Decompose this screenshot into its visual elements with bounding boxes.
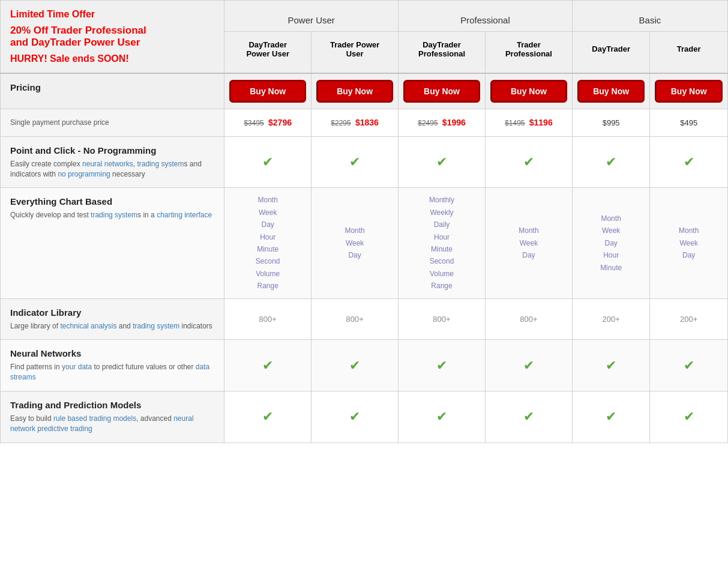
checkmark-icon: ✔ [262, 358, 273, 373]
group-basic: Basic [572, 1, 727, 32]
checkmark-icon: ✔ [436, 358, 447, 373]
buy-now-cell-2: Buy Now [311, 73, 399, 109]
indicator-count-indicator_library-col2: 800+ [433, 315, 450, 324]
feature-value-trading_models-col3: ✔ [485, 391, 572, 443]
feature-value-chart_based-col0: MonthWeekDayHourMinuteSecondVolumeRange [224, 188, 311, 298]
feature-value-trading_models-col0: ✔ [224, 391, 311, 443]
checkmark-icon: ✔ [684, 409, 694, 424]
feature-cell-chart_based: Everything Chart BasedQuickly develop an… [1, 188, 224, 298]
checkmark-icon: ✔ [436, 409, 447, 424]
feature-desc-point_click: Easily create complex neural networks, t… [10, 159, 214, 180]
feature-value-neural_networks-col1: ✔ [311, 340, 399, 391]
feature-value-chart_based-col3: MonthWeekDay [485, 188, 572, 298]
buy-now-button-daytrader-pro[interactable]: Buy Now [403, 80, 480, 103]
feature-value-point_click-col0: ✔ [224, 136, 311, 188]
promo-hurry: HURRY! Sale ends SOON! [10, 53, 214, 64]
feature-value-neural_networks-col2: ✔ [399, 340, 486, 391]
feature-cell-indicator_library: Indicator LibraryLarge library of techni… [1, 298, 224, 340]
price-sale-daytrader-pro: $1996 [442, 118, 466, 127]
checkmark-icon: ✔ [262, 409, 273, 424]
feature-cell-neural_networks: Neural NetworksFind patterns in your dat… [1, 340, 224, 391]
indicator-count-indicator_library-col0: 800+ [259, 315, 277, 324]
checkmark-icon: ✔ [523, 409, 534, 424]
feature-title-trading_models: Trading and Prediction Models [10, 400, 214, 410]
feature-value-trading_models-col4: ✔ [572, 391, 650, 443]
feature-title-neural_networks: Neural Networks [10, 348, 214, 358]
pricing-values-row: Single payment purchase price $3495 $279… [1, 109, 728, 137]
chart-list-chart_based-col1: MonthWeekDay [316, 225, 393, 261]
checkmark-icon: ✔ [606, 409, 616, 424]
buy-now-button-trader-power[interactable]: Buy Now [316, 80, 393, 103]
chart-list-chart_based-col3: MonthWeekDay [490, 225, 567, 261]
chart-list-chart_based-col5: MonthWeekDay [655, 225, 723, 261]
promo-off: 20% Off Trader Professionaland DayTrader… [10, 25, 214, 49]
promo-cell: Limited Time Offer 20% Off Trader Profes… [1, 1, 224, 74]
pricing-feature-label: Pricing [1, 73, 224, 109]
feature-value-chart_based-col4: MonthWeekDayHourMinute [572, 188, 650, 298]
price-normal-daytrader: $995 [603, 118, 620, 127]
col-header-daytrader: DayTrader [572, 31, 650, 73]
feature-title-point_click: Point and Click - No Programming [10, 145, 214, 156]
price-original-daytrader-pro: $2495 [418, 119, 438, 127]
feature-value-point_click-col2: ✔ [399, 136, 486, 188]
checkmark-icon: ✔ [606, 154, 616, 169]
feature-title-chart_based: Everything Chart Based [10, 196, 214, 207]
feature-desc-neural_networks: Find patterns in your data to predict fu… [10, 362, 214, 382]
price-original-trader-pro: $1495 [505, 119, 525, 127]
pricing-header-row: Pricing Buy Now Buy Now Buy Now Buy Now … [1, 73, 728, 109]
feature-value-chart_based-col1: MonthWeekDay [311, 188, 399, 298]
feature-value-trading_models-col1: ✔ [311, 391, 399, 443]
feature-row-indicator_library: Indicator LibraryLarge library of techni… [1, 298, 728, 340]
pricing-title: Pricing [10, 82, 214, 92]
col-header-daytrader-pro: DayTraderProfessional [399, 31, 486, 73]
feature-value-chart_based-col5: MonthWeekDay [650, 188, 728, 298]
buy-now-cell-6: Buy Now [650, 73, 728, 109]
checkmark-icon: ✔ [684, 358, 694, 373]
feature-value-point_click-col1: ✔ [311, 136, 399, 188]
indicator-count-indicator_library-col1: 800+ [346, 315, 363, 324]
checkmark-icon: ✔ [606, 358, 616, 373]
col-header-trader: Trader [650, 31, 728, 73]
feature-value-indicator_library-col5: 200+ [650, 298, 728, 340]
feature-title-indicator_library: Indicator Library [10, 307, 214, 318]
header-top-row: Limited Time Offer 20% Off Trader Profes… [1, 1, 728, 32]
price-sale-trader-power: $1836 [355, 118, 379, 127]
chart-list-chart_based-col4: MonthWeekDayHourMinute [577, 213, 645, 274]
price-daytrader-pro: $2495 $1996 [399, 109, 486, 137]
checkmark-icon: ✔ [349, 358, 360, 373]
buy-now-button-daytrader[interactable]: Buy Now [577, 80, 645, 103]
buy-now-cell-1: Buy Now [224, 73, 311, 109]
feature-value-chart_based-col2: MonthlyWeeklyDailyHourMinuteSecondVolume… [399, 188, 486, 298]
pricing-sublabel: Single payment purchase price [10, 118, 214, 128]
col-header-trader-power: Trader PowerUser [311, 31, 399, 73]
group-power-user: Power User [224, 1, 399, 32]
buy-now-button-daytrader-power[interactable]: Buy Now [229, 80, 306, 103]
feature-value-point_click-col4: ✔ [572, 136, 650, 188]
feature-value-indicator_library-col1: 800+ [311, 298, 399, 340]
col-header-daytrader-power: DayTraderPower User [224, 31, 311, 73]
feature-value-neural_networks-col0: ✔ [224, 340, 311, 391]
feature-value-indicator_library-col3: 800+ [485, 298, 572, 340]
buy-now-button-trader-pro[interactable]: Buy Now [490, 80, 567, 103]
buy-now-button-trader[interactable]: Buy Now [655, 80, 723, 103]
feature-value-point_click-col5: ✔ [650, 136, 728, 188]
buy-now-cell-3: Buy Now [399, 73, 486, 109]
indicator-count-indicator_library-col4: 200+ [602, 315, 619, 324]
price-original-daytrader-power: $3495 [244, 119, 263, 127]
indicator-count-indicator_library-col5: 200+ [680, 315, 697, 324]
price-trader-power: $2295 $1836 [311, 109, 399, 137]
buy-now-cell-5: Buy Now [572, 73, 650, 109]
checkmark-icon: ✔ [262, 154, 273, 169]
promo-limited: Limited Time Offer [10, 9, 214, 20]
feature-value-trading_models-col2: ✔ [399, 391, 486, 443]
price-sale-trader-pro: $1196 [529, 118, 553, 127]
checkmark-icon: ✔ [436, 154, 447, 169]
feature-desc-indicator_library: Large library of technical analysis and … [10, 321, 214, 331]
feature-row-trading_models: Trading and Prediction ModelsEasy to bui… [1, 391, 728, 443]
feature-value-indicator_library-col2: 800+ [399, 298, 486, 340]
chart-list-chart_based-col0: MonthWeekDayHourMinuteSecondVolumeRange [229, 194, 306, 292]
checkmark-icon: ✔ [349, 409, 360, 424]
feature-row-point_click: Point and Click - No ProgrammingEasily c… [1, 136, 728, 188]
checkmark-icon: ✔ [349, 154, 360, 169]
price-trader: $495 [650, 109, 728, 137]
